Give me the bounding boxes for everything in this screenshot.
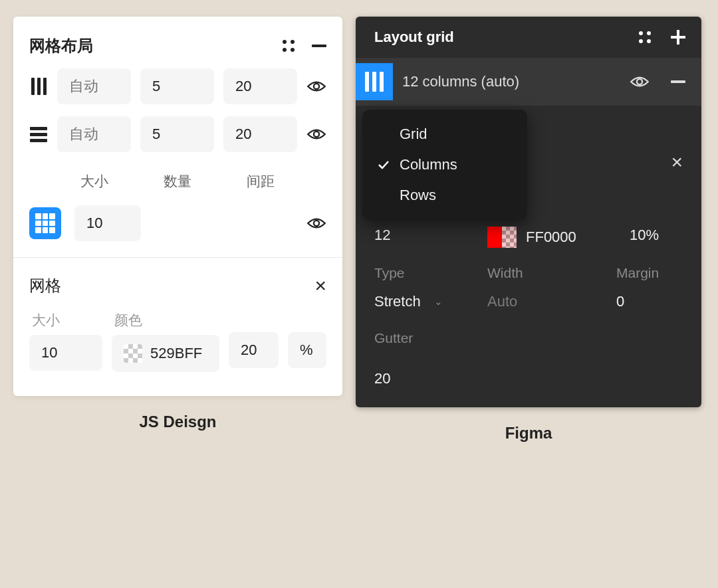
label-type: Type (374, 265, 481, 281)
columns-size-input[interactable] (57, 68, 131, 104)
grid-icon (35, 213, 55, 233)
grid-layout-header: 网格布局 (13, 17, 342, 68)
svg-point-1 (314, 132, 319, 137)
grid-layout-title: 网格布局 (29, 35, 93, 56)
visibility-toggle[interactable] (306, 80, 326, 93)
menu-item-grid[interactable]: Grid (362, 119, 527, 149)
grid-definition-row: 12 columns (auto) (356, 58, 701, 106)
close-button[interactable]: × (314, 276, 326, 296)
label-size: 大小 (57, 172, 131, 191)
grid-row (13, 205, 342, 257)
type-select[interactable]: Stretch⌄ (374, 293, 481, 310)
remove-button[interactable] (671, 80, 685, 83)
grid-type-button[interactable] (29, 207, 61, 239)
visibility-toggle[interactable] (630, 75, 650, 88)
grid-subheader: 网格 × (13, 258, 342, 311)
grid-color-input[interactable]: 529BFF (112, 335, 219, 372)
svg-point-2 (314, 221, 319, 226)
grid-size-input[interactable]: 10 (29, 335, 102, 371)
label-margin: Margin (616, 265, 683, 281)
styles-icon[interactable] (281, 39, 296, 53)
rows-count-input[interactable] (140, 116, 214, 152)
label-color: 颜色 (112, 311, 219, 330)
label-gutter: Gutter (374, 330, 481, 346)
columns-gap-input[interactable] (223, 68, 297, 104)
gutter-input[interactable]: 20 (374, 370, 481, 387)
layout-grid-title: Layout grid (374, 29, 454, 46)
menu-item-columns[interactable]: Columns (362, 149, 527, 180)
rows-icon[interactable] (29, 127, 48, 142)
rows-row (29, 116, 326, 152)
columns-row (29, 68, 326, 104)
opacity-input[interactable]: 10% (630, 227, 683, 244)
label-width: Width (487, 265, 610, 281)
add-grid-button[interactable] (671, 30, 685, 45)
menu-item-rows[interactable]: Rows (362, 180, 527, 211)
count-input[interactable]: 12 (374, 227, 481, 244)
svg-point-3 (637, 79, 642, 84)
layout-grid-header: Layout grid (356, 17, 701, 58)
columns-count-input[interactable] (140, 68, 214, 104)
opacity-input[interactable]: 20 (229, 332, 279, 368)
label-size: 大小 (29, 311, 102, 330)
remove-button[interactable] (312, 45, 326, 47)
svg-point-0 (314, 84, 319, 89)
caption-right: Figma (505, 424, 552, 442)
figma-panel: Layout grid 12 columns (auto) Grid Colum… (356, 17, 701, 407)
grid-summary[interactable]: 12 columns (auto) (402, 73, 620, 90)
label-gap: 间距 (223, 172, 297, 191)
visibility-toggle[interactable] (306, 217, 326, 230)
opacity-unit: % (288, 332, 326, 368)
color-hex-input[interactable]: FF0000 (526, 229, 576, 246)
columns-icon (365, 72, 384, 92)
grid-value-input[interactable] (74, 205, 141, 241)
grid-type-button[interactable] (356, 63, 393, 100)
rows-gap-input[interactable] (223, 116, 297, 152)
check-icon (377, 160, 390, 169)
visibility-toggle[interactable] (306, 128, 326, 141)
chevron-down-icon: ⌄ (434, 296, 443, 308)
close-button[interactable]: × (671, 152, 683, 172)
width-input[interactable]: Auto (487, 293, 610, 310)
styles-icon[interactable] (638, 30, 652, 45)
columns-icon[interactable] (29, 78, 48, 95)
grid-title: 网格 (29, 275, 61, 296)
rows-size-input[interactable] (57, 116, 131, 152)
label-count: 数量 (140, 172, 214, 191)
color-swatch[interactable] (487, 227, 517, 248)
js-design-panel: 网格布局 大小 数量 间距 (13, 17, 342, 396)
color-swatch (124, 344, 142, 363)
margin-input[interactable]: 0 (616, 293, 683, 310)
caption-left: JS Deisgn (139, 413, 216, 431)
grid-type-dropdown: Grid Columns Rows (362, 110, 527, 220)
column-labels: 大小 数量 间距 (13, 169, 342, 205)
